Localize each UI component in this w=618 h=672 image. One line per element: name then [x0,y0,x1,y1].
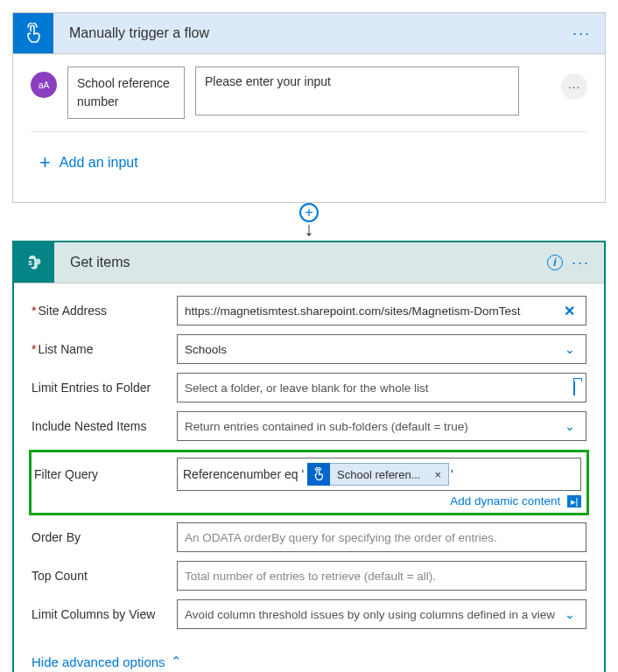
limit-folder-input[interactable]: Select a folder, or leave blank for the … [177,373,586,402]
arrow-down-icon: ↓ [305,218,314,241]
trigger-body: aA School reference number Please enter … [13,54,605,202]
add-dynamic-content-link[interactable]: Add dynamic content [450,494,560,508]
chevron-down-icon[interactable]: ⌄ [561,342,579,356]
action-card: S Get items i ··· Site Address https://m… [12,241,606,672]
action-body: Site Address https://magnetismtest.share… [14,284,604,672]
chevron-up-icon: ⌃ [171,654,182,669]
clear-icon[interactable]: ✕ [560,303,579,319]
remove-token-icon[interactable]: × [427,468,448,481]
touch-icon [307,463,330,486]
sharepoint-icon: S [14,242,54,283]
dynamic-content-token[interactable]: School referen... × [307,463,449,486]
site-address-input[interactable]: https://magnetismtest.sharepoint.com/sit… [177,296,586,326]
add-input-button[interactable]: + Add an input [31,144,587,190]
folder-picker-icon[interactable] [570,382,579,395]
action-title: Get items [54,255,547,270]
trigger-title: Manually trigger a flow [53,25,569,41]
chevron-down-icon[interactable]: ⌄ [561,607,579,621]
nested-select[interactable]: Return entries contained in sub-folders … [177,411,586,441]
trigger-more-button[interactable]: ··· [569,19,594,48]
svg-text:S: S [28,260,32,266]
text-input-type-icon: aA [31,72,57,98]
action-more-button[interactable]: ··· [568,248,593,277]
limit-cols-label: Limit Columns by View [32,607,177,621]
action-header[interactable]: S Get items i ··· [14,242,604,284]
plus-icon: + [39,151,51,174]
hide-advanced-link[interactable]: Hide advanced options ⌃ [32,638,586,672]
filter-query-input[interactable]: Referencenumber eq ' School referen... ×… [177,458,581,491]
trigger-card: Manually trigger a flow ··· aA School re… [12,12,606,203]
order-by-input[interactable]: An ODATA orderBy query for specifying th… [177,522,586,552]
list-name-label: List Name [32,342,177,356]
divider [31,131,587,132]
nested-label: Include Nested Items [32,419,177,433]
order-by-label: Order By [32,530,177,544]
add-input-label: Add an input [60,155,138,171]
connector: + ↓ [12,203,606,241]
filter-label: Filter Query [32,467,177,481]
dynamic-content-toggle-icon[interactable]: ▸| [567,495,581,508]
param-name-input[interactable]: School reference number [67,66,185,119]
touch-icon [13,13,53,53]
param-prompt-input[interactable]: Please enter your input [195,66,519,116]
limit-folder-label: Limit Entries to Folder [32,381,177,395]
list-name-select[interactable]: Schools ⌄ [177,334,586,364]
trigger-header[interactable]: Manually trigger a flow ··· [13,13,605,54]
param-more-button[interactable]: ··· [561,74,587,100]
info-icon[interactable]: i [547,255,563,270]
chevron-down-icon[interactable]: ⌄ [561,419,579,433]
top-count-input[interactable]: Total number of entries to retrieve (def… [177,561,586,591]
limit-cols-select[interactable]: Avoid column threshold issues by only us… [177,599,586,629]
site-address-label: Site Address [32,304,177,318]
top-count-label: Top Count [32,569,177,583]
filter-query-highlight: Filter Query Referencenumber eq ' School… [29,450,589,515]
